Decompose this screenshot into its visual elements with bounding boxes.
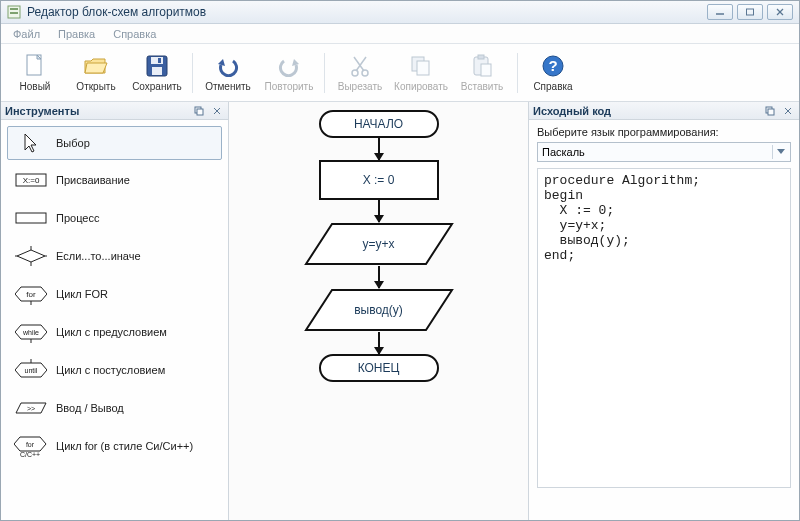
cut-button[interactable]: Вырезать — [330, 48, 390, 98]
svg-marker-31 — [17, 250, 45, 262]
minimize-button[interactable] — [707, 4, 733, 20]
svg-rect-19 — [478, 55, 484, 59]
svg-rect-9 — [151, 57, 163, 64]
code-panel-body: Выберите язык программирования: Паскаль … — [529, 120, 799, 494]
toolbar-label: Копировать — [394, 81, 448, 92]
svg-rect-52 — [768, 109, 774, 115]
tool-label: Процесс — [56, 212, 99, 224]
tool-forc[interactable]: forC/C++ Цикл for (в стиле Си/Си++) — [7, 428, 222, 464]
flow-output[interactable]: вывод(y) — [304, 288, 454, 332]
redo-button[interactable]: Повторить — [259, 48, 319, 98]
toolbar-label: Справка — [533, 81, 572, 92]
for-loop-icon: for — [14, 283, 48, 305]
maximize-button[interactable] — [737, 4, 763, 20]
language-value: Паскаль — [542, 146, 585, 158]
window-controls — [707, 4, 793, 20]
menu-help[interactable]: Справка — [105, 26, 164, 42]
tools-panel-header: Инструменты — [1, 102, 228, 120]
tool-select[interactable]: Выбор — [7, 126, 222, 160]
io-icon: >> — [14, 397, 48, 419]
tools-list: Выбор X:=0 Присваивание Процесс Если...т… — [1, 120, 228, 470]
code-output[interactable]: procedure Algorithm; begin X := 0; y=y+x… — [537, 168, 791, 488]
menu-file[interactable]: Файл — [5, 26, 48, 42]
svg-text:until: until — [25, 367, 38, 374]
flow-assign[interactable]: X := 0 — [319, 160, 439, 200]
close-panel-icon[interactable] — [210, 106, 224, 116]
window-title: Редактор блок-схем алгоритмов — [27, 5, 707, 19]
language-combo[interactable]: Паскаль — [537, 142, 791, 162]
flow-arrow — [378, 332, 380, 354]
language-label: Выберите язык программирования: — [537, 126, 791, 138]
svg-rect-10 — [152, 67, 162, 75]
flow-arrow — [378, 138, 380, 160]
toolbar-label: Вырезать — [338, 81, 382, 92]
decision-icon — [14, 245, 48, 267]
flow-expr-text: y=y+x — [362, 237, 394, 251]
tools-panel-title: Инструменты — [5, 105, 79, 117]
flow-end[interactable]: КОНЕЦ — [319, 354, 439, 382]
toolbar-label: Отменить — [205, 81, 251, 92]
tools-panel: Инструменты Выбор X:=0 Присваивание Проц… — [1, 102, 229, 520]
tool-io[interactable]: >> Ввод / Вывод — [7, 390, 222, 426]
app-icon — [7, 5, 21, 19]
flow-arrow — [378, 266, 380, 288]
tool-for[interactable]: for Цикл FOR — [7, 276, 222, 312]
undock-icon[interactable] — [763, 106, 777, 116]
tool-assign[interactable]: X:=0 Присваивание — [7, 162, 222, 198]
flow-assign-text: X := 0 — [363, 173, 395, 187]
menu-edit[interactable]: Правка — [50, 26, 103, 42]
flowchart: НАЧАЛО X := 0 y=y+x вывод(y) КОНЕЦ — [249, 110, 509, 382]
tool-if[interactable]: Если...то...иначе — [7, 238, 222, 274]
svg-text:for: for — [26, 441, 35, 448]
tool-label: Выбор — [56, 137, 90, 149]
svg-text:?: ? — [548, 57, 557, 74]
svg-marker-55 — [777, 149, 785, 154]
flow-start[interactable]: НАЧАЛО — [319, 110, 439, 138]
tool-process[interactable]: Процесс — [7, 200, 222, 236]
chevron-down-icon — [772, 145, 788, 159]
tool-while[interactable]: while Цикл с предусловием — [7, 314, 222, 350]
close-panel-icon[interactable] — [781, 106, 795, 116]
svg-rect-17 — [417, 61, 429, 75]
save-button[interactable]: Сохранить — [127, 48, 187, 98]
code-panel-header: Исходный код — [529, 102, 799, 120]
flow-end-text: КОНЕЦ — [358, 361, 400, 375]
help-icon: ? — [540, 53, 566, 79]
undock-icon[interactable] — [192, 106, 206, 116]
svg-text:C/C++: C/C++ — [20, 451, 40, 457]
flow-expr[interactable]: y=y+x — [304, 222, 454, 266]
svg-text:for: for — [26, 290, 36, 299]
svg-point-12 — [352, 70, 358, 76]
help-button[interactable]: ? Справка — [523, 48, 583, 98]
svg-point-13 — [362, 70, 368, 76]
svg-line-14 — [356, 57, 366, 71]
until-loop-icon: until — [14, 359, 48, 381]
new-button[interactable]: Новый — [5, 48, 65, 98]
tool-label: Цикл FOR — [56, 288, 108, 300]
svg-rect-11 — [158, 58, 161, 63]
svg-rect-1 — [10, 8, 18, 10]
flow-output-text: вывод(y) — [354, 303, 403, 317]
toolbar-separator — [517, 53, 518, 93]
tool-until[interactable]: until Цикл с постусловием — [7, 352, 222, 388]
menubar: Файл Правка Справка — [1, 24, 799, 44]
undo-button[interactable]: Отменить — [198, 48, 258, 98]
tool-label: Ввод / Вывод — [56, 402, 124, 414]
copy-button[interactable]: Копировать — [391, 48, 451, 98]
close-button[interactable] — [767, 4, 793, 20]
code-panel: Исходный код Выберите язык программирова… — [528, 102, 799, 520]
paste-icon — [469, 53, 495, 79]
paste-button[interactable]: Вставить — [452, 48, 512, 98]
canvas[interactable]: НАЧАЛО X := 0 y=y+x вывод(y) КОНЕЦ — [229, 102, 528, 520]
svg-rect-29 — [16, 213, 46, 223]
assign-icon: X:=0 — [14, 169, 48, 191]
open-button[interactable]: Открыть — [66, 48, 126, 98]
scissors-icon — [347, 53, 373, 79]
tool-label: Если...то...иначе — [56, 250, 141, 262]
toolbar-label: Открыть — [76, 81, 115, 92]
svg-rect-24 — [197, 109, 203, 115]
toolbar-label: Сохранить — [132, 81, 182, 92]
redo-icon — [276, 53, 302, 79]
copy-icon — [408, 53, 434, 79]
new-file-icon — [22, 53, 48, 79]
